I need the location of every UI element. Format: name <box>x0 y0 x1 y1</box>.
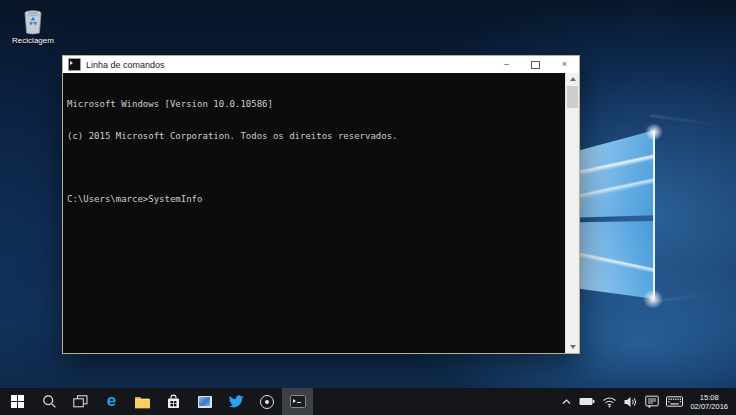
minimize-button[interactable]: – <box>492 56 521 73</box>
task-view-button[interactable] <box>65 388 96 415</box>
maximize-icon <box>531 61 540 69</box>
taskbar-file-explorer-button[interactable] <box>127 388 158 415</box>
recycle-bin-icon <box>20 7 46 35</box>
console-prompt-line: C:\Users\marce>SystemInfo <box>67 194 563 205</box>
taskbar: e <box>0 388 736 415</box>
action-center-button[interactable] <box>641 388 662 415</box>
search-button[interactable] <box>34 388 65 415</box>
recycle-bin-shortcut[interactable]: Reciclagem <box>6 7 60 45</box>
chevron-down-icon <box>570 345 576 349</box>
file-explorer-icon <box>134 395 151 409</box>
recycle-bin-label: Reciclagem <box>6 36 60 45</box>
network-status-button[interactable] <box>598 388 620 415</box>
store-icon <box>166 394 181 409</box>
taskbar-edge-button[interactable]: e <box>96 388 127 415</box>
chevron-up-icon <box>561 396 572 407</box>
window-title: Linha de comandos <box>86 60 165 70</box>
chevron-up-icon <box>570 77 576 81</box>
taskbar-pinned-app-button[interactable] <box>189 388 220 415</box>
scroll-up-button[interactable] <box>566 73 579 85</box>
touch-keyboard-button[interactable] <box>662 388 686 415</box>
windows-logo-icon <box>11 395 24 408</box>
cmd-window-icon <box>68 58 81 71</box>
glow-point <box>642 290 664 308</box>
battery-status-button[interactable] <box>575 388 598 415</box>
console-body[interactable]: Microsoft Windows [Version 10.0.10586] (… <box>63 73 579 353</box>
taskbar-clock[interactable]: 15:08 02/07/2016 <box>686 388 733 415</box>
start-button[interactable] <box>0 388 34 415</box>
action-center-icon <box>645 395 659 409</box>
cmd-icon <box>290 395 306 408</box>
wifi-icon <box>602 396 617 408</box>
battery-icon <box>579 396 595 407</box>
scrollbar-thumb[interactable] <box>567 86 578 108</box>
command-prompt-window: Linha de comandos – × Microsoft Windows … <box>62 55 580 354</box>
console-output: Microsoft Windows [Version 10.0.10586] (… <box>67 78 563 225</box>
console-line <box>67 162 563 173</box>
console-line: Microsoft Windows [Version 10.0.10586] <box>67 99 563 110</box>
search-icon <box>42 394 57 409</box>
taskbar-command-prompt-button[interactable] <box>282 388 313 415</box>
twitter-icon <box>228 395 244 409</box>
console-line: (c) 2015 Microsoft Corporation. Todos os… <box>67 131 563 142</box>
clock-time: 15:08 <box>690 393 728 402</box>
keyboard-icon <box>666 396 683 407</box>
light-ray <box>650 114 736 129</box>
glow-point <box>644 124 664 140</box>
taskbar-store-button[interactable] <box>158 388 189 415</box>
pinned-app-icon <box>198 396 212 408</box>
volume-button[interactable] <box>620 388 641 415</box>
console-scrollbar[interactable] <box>565 73 579 353</box>
recorder-icon <box>260 395 274 409</box>
close-button[interactable]: × <box>550 56 579 73</box>
show-hidden-icons-button[interactable] <box>557 388 575 415</box>
window-titlebar[interactable]: Linha de comandos – × <box>63 56 579 73</box>
taskbar-recorder-button[interactable] <box>251 388 282 415</box>
task-view-icon <box>73 395 88 408</box>
scroll-down-button[interactable] <box>566 341 579 353</box>
maximize-button[interactable] <box>521 56 550 73</box>
system-tray: 15:08 02/07/2016 <box>557 388 736 415</box>
desktop: Reciclagem Linha de comandos – × Microso… <box>0 0 736 415</box>
edge-icon: e <box>107 392 116 409</box>
windows-hero-logo-edge-glow <box>653 131 655 299</box>
taskbar-twitter-button[interactable] <box>220 388 251 415</box>
volume-icon <box>624 396 638 408</box>
clock-date: 02/07/2016 <box>690 402 728 411</box>
